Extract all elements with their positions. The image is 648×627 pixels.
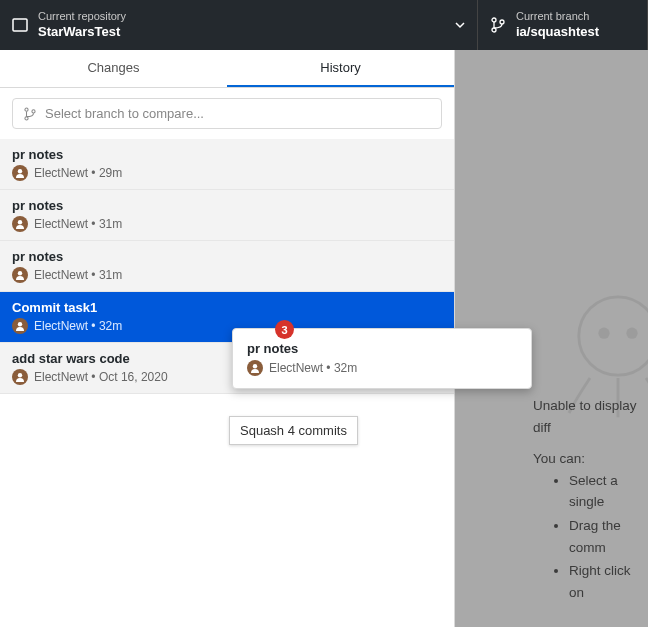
svg-rect-0 <box>13 19 27 31</box>
commit-item[interactable]: pr notesElectNewt • 31m <box>0 241 454 292</box>
commit-meta: ElectNewt • 31m <box>12 267 442 283</box>
commit-title: pr notes <box>12 249 442 264</box>
svg-point-10 <box>18 322 22 326</box>
compare-branch-selector[interactable]: Select branch to compare... <box>12 98 442 129</box>
avatar <box>12 216 28 232</box>
branch-name: ia/squashtest <box>516 24 599 41</box>
diff-options: Select a singleDrag the commRight click … <box>533 470 648 604</box>
commit-title: pr notes <box>12 198 442 213</box>
svg-point-8 <box>18 220 22 224</box>
commit-meta: ElectNewt • 31m <box>12 216 442 232</box>
svg-point-12 <box>253 364 257 368</box>
svg-point-15 <box>626 328 637 339</box>
chevron-down-icon <box>455 20 465 30</box>
diff-option: Right click on <box>569 560 648 603</box>
commit-item[interactable]: pr notesElectNewt • 31m <box>0 190 454 241</box>
squash-tooltip: Squash 4 commits <box>229 416 358 445</box>
svg-point-14 <box>598 328 609 339</box>
repo-selector[interactable]: Current repository StarWarsTest <box>0 0 478 50</box>
drag-title: pr notes <box>247 341 517 356</box>
svg-point-11 <box>18 373 22 377</box>
svg-point-3 <box>500 20 504 24</box>
drag-count-badge: 3 <box>275 320 294 339</box>
avatar <box>12 267 28 283</box>
diff-youcan: You can: <box>533 448 648 470</box>
repo-label: Current repository <box>38 9 126 23</box>
drag-preview[interactable]: 3 pr notes ElectNewt • 32m <box>232 328 532 389</box>
svg-point-6 <box>32 109 35 112</box>
repo-icon <box>12 17 28 33</box>
avatar <box>247 360 263 376</box>
tab-history[interactable]: History <box>227 50 454 87</box>
tab-changes[interactable]: Changes <box>0 50 227 87</box>
svg-point-4 <box>25 108 28 111</box>
svg-point-9 <box>18 271 22 275</box>
branch-icon <box>490 17 506 33</box>
branch-selector[interactable]: Current branch ia/squashtest <box>478 0 648 50</box>
avatar <box>12 318 28 334</box>
left-panel: Changes History Select branch to compare… <box>0 50 455 627</box>
commit-title: pr notes <box>12 147 442 162</box>
svg-point-5 <box>25 116 28 119</box>
commit-item[interactable]: pr notesElectNewt • 29m <box>0 139 454 190</box>
branch-label: Current branch <box>516 9 599 23</box>
diff-heading: Unable to display diff <box>533 395 648 438</box>
commit-title: Commit task1 <box>12 300 442 315</box>
compare-placeholder: Select branch to compare... <box>45 106 204 121</box>
repo-name: StarWarsTest <box>38 24 126 41</box>
drag-meta: ElectNewt • 32m <box>247 360 517 376</box>
svg-point-1 <box>492 18 496 22</box>
svg-point-7 <box>18 169 22 173</box>
svg-point-13 <box>579 297 648 375</box>
avatar <box>12 369 28 385</box>
diff-option: Select a single <box>569 470 648 513</box>
commit-meta: ElectNewt • 29m <box>12 165 442 181</box>
avatar <box>12 165 28 181</box>
branch-compare-icon <box>23 107 37 121</box>
diff-option: Drag the comm <box>569 515 648 558</box>
